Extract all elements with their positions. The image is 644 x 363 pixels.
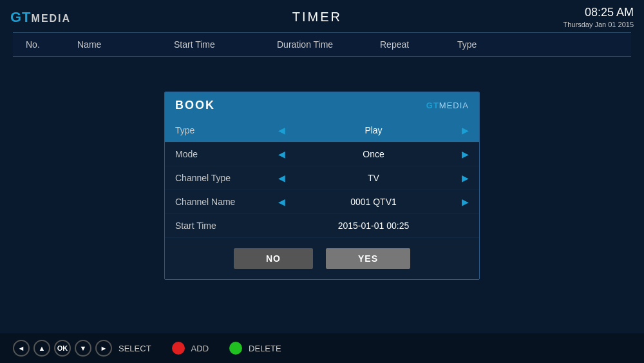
mode-arrow-left[interactable] (278, 149, 285, 159)
dialog-buttons: NO YES (165, 238, 479, 279)
channel-type-arrow-left[interactable] (278, 173, 285, 183)
add-label: ADD (191, 344, 209, 353)
channel-name-arrow-right[interactable] (462, 197, 469, 207)
col-no: No. (26, 39, 77, 50)
row-mode-label: Mode (175, 149, 278, 159)
channel-type-arrow-right[interactable] (462, 173, 469, 183)
dialog-header: BOOK GTMEDIA (165, 92, 479, 119)
type-arrow-left[interactable] (278, 125, 285, 135)
row-type-label: Type (175, 125, 278, 135)
dialog-title: BOOK (175, 99, 215, 112)
footer-add-group: ADD (172, 342, 209, 355)
row-channel-name: Channel Name 0001 QTV1 (165, 190, 479, 214)
logo: GTMEDIA (10, 9, 71, 26)
row-mode-value: Once (290, 149, 457, 159)
footer: ◄ ▲ OK ▼ ► SELECT ADD DELETE (0, 333, 644, 363)
type-arrow-right[interactable] (462, 125, 469, 135)
footer-delete-group: DELETE (229, 342, 281, 355)
row-type: Type Play (165, 119, 479, 142)
row-start-time-label: Start Time (175, 221, 278, 231)
row-channel-type-label: Channel Type (175, 173, 278, 183)
page-title: TIMER (292, 10, 342, 25)
col-duration-time: Duration Time (277, 39, 380, 50)
no-button[interactable]: NO (234, 248, 313, 269)
row-start-time: Start Time 2015-01-01 00:25 (165, 214, 479, 238)
logo-text: GTMEDIA (10, 9, 71, 26)
nav-up-icon[interactable]: ▲ (33, 340, 50, 357)
row-mode: Mode Once (165, 142, 479, 166)
book-dialog: BOOK GTMEDIA Type Play Mode Once Channel… (164, 92, 480, 280)
col-start-time: Start Time (174, 39, 277, 50)
row-start-time-value: 2015-01-01 00:25 (291, 221, 456, 231)
channel-name-arrow-left[interactable] (278, 197, 285, 207)
current-time: 08:25 AM (564, 5, 634, 20)
col-type: Type (457, 39, 522, 50)
col-name: Name (77, 39, 174, 50)
delete-label: DELETE (249, 344, 281, 353)
nav-ok-icon[interactable]: OK (54, 340, 71, 357)
nav-right-icon[interactable]: ► (95, 340, 112, 357)
select-label: SELECT (118, 344, 151, 353)
row-type-value: Play (290, 125, 457, 135)
table-header: No. Name Start Time Duration Time Repeat… (13, 32, 631, 57)
col-repeat: Repeat (380, 39, 457, 50)
mode-arrow-right[interactable] (462, 149, 469, 159)
nav-down-icon[interactable]: ▼ (75, 340, 91, 357)
yes-button[interactable]: YES (326, 248, 410, 269)
row-channel-type: Channel Type TV (165, 166, 479, 190)
dialog-logo: GTMEDIA (426, 101, 469, 110)
footer-nav-icons: ◄ ▲ OK ▼ ► SELECT (13, 340, 151, 357)
content-area: BOOK GTMEDIA Type Play Mode Once Channel… (13, 63, 631, 308)
nav-left-icon[interactable]: ◄ (13, 340, 30, 357)
add-dot-icon (172, 342, 185, 355)
row-channel-name-value: 0001 QTV1 (290, 197, 457, 207)
datetime: 08:25 AM Thursday Jan 01 2015 (564, 5, 634, 30)
row-channel-name-label: Channel Name (175, 197, 278, 207)
header: GTMEDIA TIMER 08:25 AM Thursday Jan 01 2… (0, 0, 644, 32)
delete-dot-icon (229, 342, 242, 355)
row-channel-type-value: TV (290, 173, 457, 183)
current-date: Thursday Jan 01 2015 (564, 20, 634, 29)
